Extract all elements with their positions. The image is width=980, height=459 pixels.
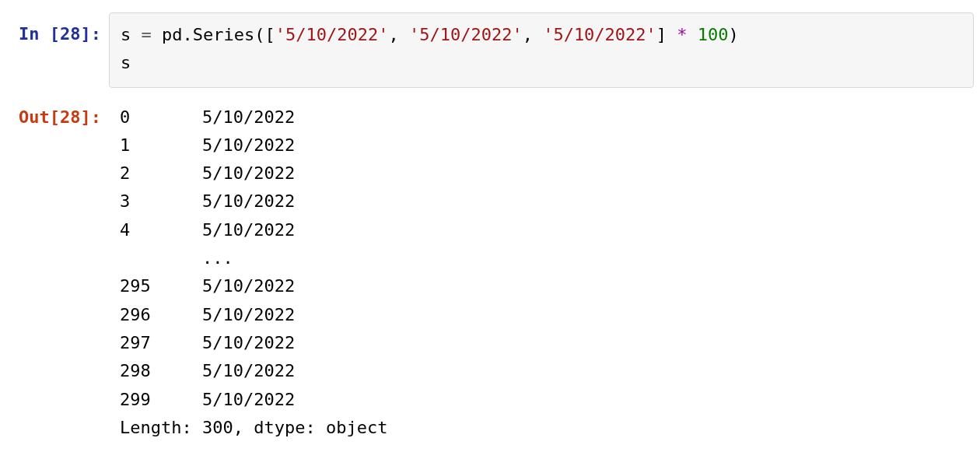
code-line-2: s: [121, 49, 962, 77]
tok-var-s2: s: [121, 53, 131, 72]
tok-space: [399, 25, 409, 44]
tok-eq: =: [142, 25, 152, 44]
tok-str-3: '5/10/2022': [543, 25, 656, 44]
tok-space: [131, 25, 141, 44]
in-prompt: In [28]:: [0, 12, 109, 48]
tok-num-100: 100: [698, 25, 729, 44]
input-cell: In [28]: s = pd.Series(['5/10/2022', '5/…: [0, 12, 980, 88]
tok-lparen: (: [254, 25, 264, 44]
tok-rbracket: ]: [656, 25, 667, 44]
code-line-1: s = pd.Series(['5/10/2022', '5/10/2022',…: [121, 21, 962, 49]
tok-space: [533, 25, 543, 44]
tok-space: [667, 25, 677, 44]
output-cell: Out[28]: 0 5/10/2022 1 5/10/2022 2 5/10/…: [0, 102, 980, 443]
tok-comma-1: ,: [388, 25, 398, 44]
tok-comma-2: ,: [523, 25, 533, 44]
code-input[interactable]: s = pd.Series(['5/10/2022', '5/10/2022',…: [109, 12, 974, 88]
tok-dot: .: [183, 25, 193, 44]
tok-str-1: '5/10/2022': [275, 25, 389, 44]
tok-space: [688, 25, 698, 44]
tok-space: [152, 25, 162, 44]
tok-series: Series: [193, 25, 254, 44]
tok-str-2: '5/10/2022': [409, 25, 523, 44]
tok-pd: pd: [162, 25, 183, 44]
tok-var-s: s: [121, 25, 131, 44]
tok-rparen: ): [729, 25, 739, 44]
tok-lbracket: [: [264, 25, 275, 44]
notebook: In [28]: s = pd.Series(['5/10/2022', '5/…: [0, 0, 980, 442]
series-output: 0 5/10/2022 1 5/10/2022 2 5/10/2022 3 5/…: [109, 102, 980, 443]
tok-star: *: [677, 25, 687, 44]
out-prompt: Out[28]:: [0, 102, 109, 131]
